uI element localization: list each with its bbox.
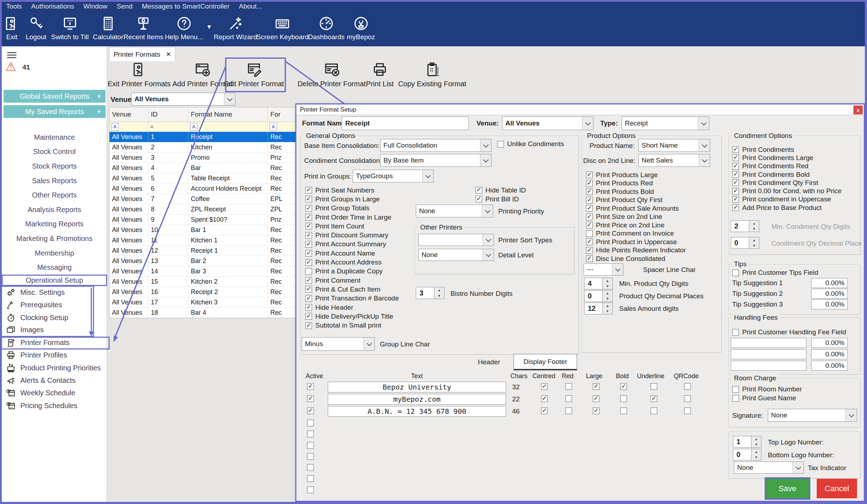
active-checkbox[interactable] <box>307 487 314 493</box>
print-list-button[interactable]: Print List <box>366 61 394 88</box>
option-row[interactable]: Print Product Sale Amounts <box>586 204 686 213</box>
detail-level-select[interactable]: None <box>418 249 494 261</box>
option-row[interactable]: Print Account Summary <box>305 240 399 249</box>
table-row[interactable]: All Venues 17 Kitchen 3 Rec <box>109 297 296 308</box>
chevron-down-icon[interactable] <box>482 205 493 217</box>
option-row[interactable]: Print Discount Summary <box>305 231 399 240</box>
option-row[interactable]: Print Item Count <box>305 222 399 231</box>
qrcode-checkbox[interactable] <box>684 407 691 414</box>
sidebar-item-misc-settings[interactable]: Misc. Settings <box>6 286 65 298</box>
spinner-arrows-icon[interactable]: ▲▼ <box>434 287 444 299</box>
sidebar-item-images[interactable]: Images <box>6 324 44 336</box>
option-row[interactable]: Print Comment <box>305 276 399 285</box>
sidebar-report-link[interactable]: Stock Reports <box>2 159 107 174</box>
checkbox[interactable] <box>732 154 739 161</box>
hamburger-menu-icon[interactable] <box>7 51 16 60</box>
sidebar-report-link[interactable]: Other Reports <box>2 188 107 202</box>
sales-amount-digits-spinner[interactable]: 12 ▲▼ <box>584 303 613 314</box>
condiment-qty-decimal-place-spinner[interactable]: 0 ▲▼ <box>731 237 759 249</box>
chevron-down-icon[interactable] <box>699 139 710 151</box>
bold-checkbox[interactable] <box>620 395 627 402</box>
footer-text-input[interactable]: A.B.N. = 12 345 678 900 <box>328 406 506 417</box>
col-format-name[interactable]: Format Name <box>188 107 268 122</box>
sidebar-item-printer-profiles[interactable]: Printer Profiles <box>6 349 67 361</box>
col-id[interactable]: ID <box>148 107 188 122</box>
printing-priority-select[interactable]: None <box>416 205 493 217</box>
filter-name[interactable]: A <box>188 122 268 132</box>
menu-messages-smartcontroller[interactable]: Messages to SmartController <box>142 2 230 10</box>
mybepoz-button[interactable]: myBepoz <box>347 16 375 41</box>
option-row[interactable]: Print Order Time in Large <box>305 213 399 222</box>
centred-checkbox[interactable] <box>541 395 548 402</box>
chevron-down-icon[interactable] <box>483 249 494 261</box>
sidebar-report-link[interactable]: Marketing Reports <box>2 217 107 232</box>
option-row[interactable]: Print Transaction # Barcode <box>305 294 399 303</box>
dialog-close-icon[interactable]: x <box>853 106 863 114</box>
table-row[interactable]: All Venues 13 Bar 2 Rec <box>109 256 296 266</box>
checkbox[interactable] <box>586 247 593 254</box>
print-customer-handling-fee-checkbox[interactable] <box>732 329 739 336</box>
chevron-down-icon[interactable] <box>480 154 491 166</box>
spinner-arrows-icon[interactable]: ▲▼ <box>749 237 759 249</box>
sidebar-report-link[interactable]: Membership <box>2 246 107 261</box>
table-row[interactable]: All Venues 2 Kitchen Rec <box>109 142 296 153</box>
copy-existing-format-button[interactable]: Copy Existing Format <box>398 61 466 88</box>
tab-header[interactable]: Header <box>478 358 500 366</box>
option-row[interactable]: Print Condiments Large <box>732 154 842 162</box>
report-wizard-button[interactable]: Report Wizard <box>214 16 257 41</box>
edit-printer-format-button[interactable]: Edit Printer Format <box>224 61 284 88</box>
checkbox[interactable] <box>732 204 739 211</box>
option-row[interactable]: Print Price on 2nd Line <box>586 221 686 230</box>
sidebar-item-pricing-schedules[interactable]: Pricing Schedules <box>6 400 77 412</box>
tax-indicator-select[interactable]: None <box>734 462 804 474</box>
tip-suggestion-2-input[interactable]: 0.00% <box>811 289 848 299</box>
active-checkbox[interactable] <box>307 407 314 414</box>
table-row[interactable]: All Venues 12 Receipt 1 Rec <box>109 246 296 256</box>
checkbox[interactable] <box>305 187 312 194</box>
table-row[interactable]: All Venues 4 Bar Rec <box>109 163 296 173</box>
option-row[interactable]: Print Condiments <box>732 145 842 154</box>
option-row[interactable]: Print Condiment Qty First <box>732 179 842 187</box>
option-row[interactable]: Print Product Qty First <box>586 196 686 205</box>
checkbox[interactable] <box>732 179 739 186</box>
checkbox[interactable] <box>305 250 312 257</box>
global-saved-reports-button[interactable]: Global Saved Reports ▼ <box>4 90 106 103</box>
spinner-arrows-icon[interactable]: ▲▼ <box>603 290 613 302</box>
checkbox[interactable] <box>586 180 593 187</box>
footer-text-input[interactable]: myBepoz.com <box>328 394 506 405</box>
print-room-number-option[interactable]: Print Room Number <box>732 385 802 393</box>
handling-fee-name-3-input[interactable] <box>731 361 806 371</box>
checkbox[interactable] <box>305 259 312 266</box>
bottom-logo-number-spinner[interactable]: 0 ▲▼ <box>733 449 761 461</box>
checkbox[interactable] <box>732 146 739 153</box>
menu-tools[interactable]: Tools <box>6 2 22 10</box>
chevron-down-icon[interactable] <box>363 338 374 350</box>
option-row[interactable]: Disc Line Consolidated <box>586 254 686 263</box>
option-row[interactable]: Print Bill ID <box>475 195 526 204</box>
print-guest-name-checkbox[interactable] <box>732 395 739 402</box>
chevron-down-icon[interactable] <box>422 170 433 182</box>
product-name-select[interactable]: Short Name <box>638 139 710 152</box>
spinner-arrows-icon[interactable]: ▲▼ <box>751 449 761 461</box>
sidebar-item-prerequisites[interactable]: Prerequisites <box>6 299 62 311</box>
option-row[interactable]: Print & Cut Each Item <box>305 285 399 294</box>
active-checkbox[interactable] <box>307 442 314 449</box>
bold-checkbox[interactable] <box>620 407 627 414</box>
bold-checkbox[interactable] <box>620 383 627 390</box>
centred-checkbox[interactable] <box>541 407 548 414</box>
option-row[interactable]: Print Condiments Bold <box>732 170 842 179</box>
checkbox[interactable] <box>475 187 482 194</box>
checkbox[interactable] <box>586 214 593 220</box>
table-row[interactable]: All Venues 9 Spent $100? Priz <box>109 215 296 225</box>
tab-close-icon[interactable]: ✕ <box>166 51 171 58</box>
underline-checkbox[interactable] <box>651 395 657 402</box>
sidebar-item-product-printing-priorities[interactable]: Product Printing Priorities <box>6 362 101 374</box>
sidebar-report-link[interactable]: Messaging <box>2 260 107 275</box>
text-filter-icon[interactable]: A <box>270 123 277 130</box>
save-button[interactable]: Save <box>766 479 809 498</box>
centred-checkbox[interactable] <box>541 383 548 390</box>
checkbox[interactable] <box>586 222 593 228</box>
sidebar-section-operational-setup[interactable]: Operational Setup <box>2 275 107 286</box>
base-item-consolidation-select[interactable]: Full Consolidation <box>380 139 491 152</box>
option-row[interactable]: Print Account Name <box>305 249 399 258</box>
